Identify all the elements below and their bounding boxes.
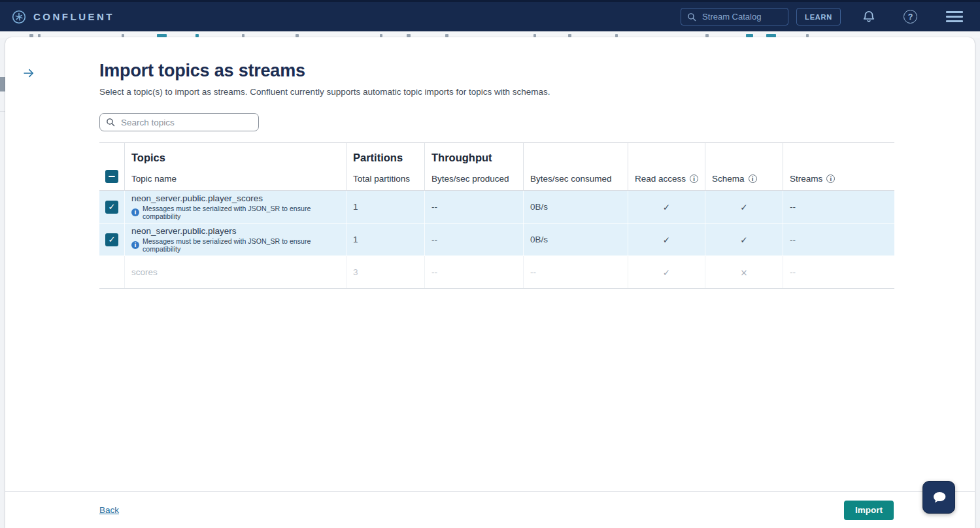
partitions-value: 1	[346, 191, 424, 223]
stream-catalog-input[interactable]	[701, 11, 782, 22]
schema-value: ✓	[705, 191, 783, 223]
bytes-consumed-value: 0B/s	[523, 223, 628, 256]
page-subtitle: Select a topic(s) to import as streams. …	[99, 87, 550, 97]
column-schema: Schema	[712, 174, 745, 184]
page-title: Import topics as streams	[99, 61, 305, 81]
topic-note-text: Messages must be serialized with JSON_SR…	[143, 237, 346, 253]
panel-content: Import topics as streams Select a topic(…	[99, 37, 894, 492]
checkmark-icon: ✓	[109, 235, 116, 244]
streams-value: --	[783, 191, 894, 223]
schema-value: ✓	[705, 223, 783, 256]
brand-name: CONFLUENT	[33, 11, 114, 22]
column-total-partitions: Total partitions	[353, 174, 410, 184]
bytes-consumed-value: 0B/s	[523, 191, 628, 223]
topic-row-disabled: scores 3 -- -- ✓ × --	[99, 256, 894, 289]
topic-search-box[interactable]	[99, 113, 259, 131]
top-navbar: CONFLUENT LEARN ?	[0, 0, 980, 31]
partitions-value: 3	[346, 256, 424, 288]
info-icon: i	[131, 208, 139, 216]
topic-row[interactable]: ✓ neon_server.public.player_scores i Mes…	[99, 191, 894, 223]
search-icon	[106, 118, 115, 127]
indeterminate-dash-icon	[109, 176, 115, 178]
topic-note: i Messages must be serialized with JSON_…	[131, 205, 346, 220]
column-group-partitions: Partitions	[353, 152, 403, 164]
topic-note-text: Messages must be serialized with JSON_SR…	[143, 205, 346, 220]
row-checkbox[interactable]: ✓	[105, 201, 118, 214]
column-bytes-consumed: Bytes/sec consumed	[530, 174, 612, 184]
import-button[interactable]: Import	[844, 501, 894, 520]
info-icon[interactable]: i	[749, 174, 757, 183]
chat-widget-button[interactable]	[922, 481, 955, 514]
schema-value: ×	[705, 256, 783, 288]
column-bytes-produced: Bytes/sec produced	[431, 174, 509, 184]
column-topic-name: Topic name	[131, 174, 177, 184]
topic-note: i Messages must be serialized with JSON_…	[131, 237, 346, 253]
search-icon	[687, 12, 696, 22]
import-topics-panel: Import topics as streams Select a topic(…	[5, 37, 975, 528]
sidebar-divider	[0, 111, 5, 112]
bytes-produced-value: --	[424, 256, 523, 288]
topic-name: scores	[131, 267, 158, 277]
info-icon[interactable]: i	[690, 174, 698, 183]
bytes-consumed-value: --	[523, 256, 628, 288]
streams-value: --	[783, 256, 894, 288]
column-streams: Streams	[790, 174, 822, 184]
column-group-topics: Topics	[131, 152, 165, 164]
app-window: CONFLUENT LEARN ?	[0, 0, 980, 528]
topic-name: neon_server.public.player_scores	[131, 193, 263, 203]
streams-value: --	[783, 223, 894, 256]
select-all-checkbox[interactable]	[105, 170, 118, 183]
info-icon: i	[131, 241, 139, 249]
topic-name: neon_server.public.players	[131, 226, 237, 236]
topics-table: Topics Topic name Partitions Total parti…	[99, 142, 894, 289]
table-header: Topics Topic name Partitions Total parti…	[99, 142, 894, 191]
back-link[interactable]: Back	[99, 505, 119, 515]
collapse-panel-arrow-icon[interactable]	[18, 63, 39, 83]
info-icon[interactable]: i	[826, 174, 835, 183]
learn-button[interactable]: LEARN	[796, 8, 841, 25]
row-checkbox[interactable]: ✓	[105, 233, 118, 246]
confluent-logo-link[interactable]: CONFLUENT	[12, 10, 114, 24]
bytes-produced-value: --	[424, 223, 523, 256]
panel-footer: Back Import	[5, 491, 975, 528]
stream-catalog-search[interactable]	[681, 8, 788, 25]
column-group-throughput: Throughput	[431, 152, 492, 164]
topic-row[interactable]: ✓ neon_server.public.players i Messages …	[99, 223, 894, 256]
help-glyph: ?	[908, 12, 913, 22]
read-access-value: ✓	[628, 256, 705, 288]
help-icon[interactable]: ?	[904, 10, 917, 24]
topic-search-input[interactable]	[120, 117, 252, 128]
partitions-value: 1	[346, 223, 424, 256]
hamburger-menu-icon[interactable]	[946, 11, 963, 22]
confluent-logo-icon	[12, 10, 26, 24]
column-read-access: Read access	[635, 174, 686, 184]
chat-bubble-icon	[930, 489, 948, 506]
read-access-value: ✓	[628, 223, 705, 256]
notifications-bell-icon[interactable]	[862, 10, 876, 24]
checkmark-icon: ✓	[109, 202, 116, 212]
read-access-value: ✓	[628, 191, 705, 223]
bytes-produced-value: --	[424, 191, 523, 223]
